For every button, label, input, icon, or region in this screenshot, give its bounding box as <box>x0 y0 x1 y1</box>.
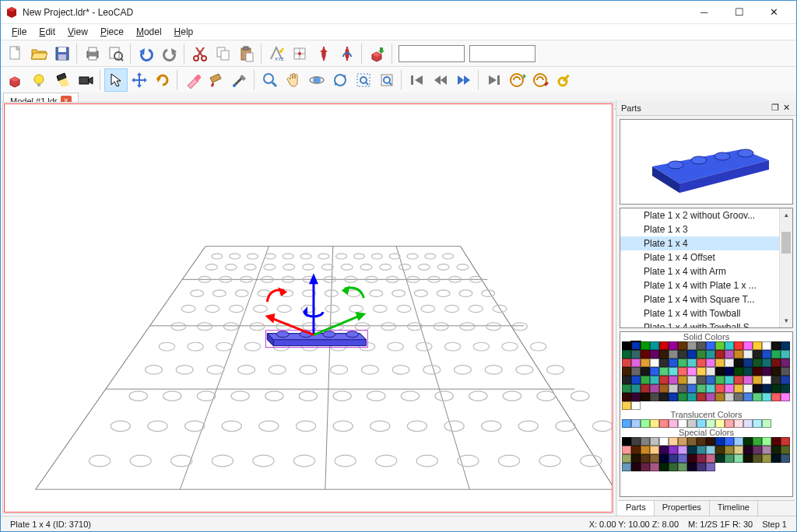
color-swatch[interactable] <box>753 446 762 454</box>
color-swatch[interactable] <box>641 376 650 384</box>
color-swatch[interactable] <box>678 446 687 454</box>
color-swatch[interactable] <box>687 376 697 384</box>
color-swatch[interactable] <box>631 341 641 350</box>
color-swatch[interactable] <box>650 419 659 428</box>
color-swatch[interactable] <box>762 446 771 454</box>
color-swatch[interactable] <box>762 367 771 376</box>
menu-edit[interactable]: Edit <box>33 25 61 39</box>
zoom-extents-button[interactable] <box>375 68 398 92</box>
delete-tool-button[interactable] <box>181 68 205 92</box>
transform-y-input[interactable] <box>469 45 535 62</box>
color-swatch[interactable] <box>669 463 678 471</box>
next-step-button[interactable] <box>452 68 476 92</box>
color-swatch[interactable] <box>725 376 734 384</box>
color-swatch[interactable] <box>650 384 659 393</box>
color-swatch[interactable] <box>781 437 790 446</box>
color-swatch[interactable] <box>743 341 753 350</box>
color-swatch[interactable] <box>622 359 631 367</box>
color-swatch[interactable] <box>641 419 650 428</box>
color-swatch[interactable] <box>622 437 631 446</box>
color-swatch[interactable] <box>678 454 687 463</box>
color-swatch[interactable] <box>697 384 706 393</box>
color-swatch[interactable] <box>771 384 781 393</box>
color-swatch[interactable] <box>725 454 734 463</box>
color-swatch[interactable] <box>631 437 641 446</box>
scroll-up-icon[interactable]: ▴ <box>780 208 792 222</box>
color-swatch[interactable] <box>678 341 687 350</box>
eyedropper-tool-button[interactable] <box>228 68 251 92</box>
piece-insert-button[interactable] <box>366 42 389 65</box>
color-swatch[interactable] <box>697 419 706 428</box>
color-swatch[interactable] <box>725 341 734 350</box>
color-swatch[interactable] <box>725 359 734 367</box>
color-swatch[interactable] <box>631 419 641 428</box>
list-item[interactable]: Plate 1 x 4 with Square T... <box>620 292 792 306</box>
save-button[interactable] <box>51 42 74 65</box>
color-swatch[interactable] <box>725 393 734 401</box>
color-swatch[interactable] <box>697 367 706 376</box>
color-swatch[interactable] <box>734 419 743 428</box>
color-swatch[interactable] <box>715 384 725 393</box>
color-swatch[interactable] <box>622 454 631 463</box>
color-swatch[interactable] <box>659 454 669 463</box>
light-brick-button[interactable] <box>4 68 27 92</box>
color-swatch[interactable] <box>762 376 771 384</box>
color-swatch[interactable] <box>706 367 715 376</box>
color-swatch[interactable] <box>641 437 650 446</box>
roll-tool-button[interactable] <box>328 68 352 92</box>
color-swatch[interactable] <box>743 350 753 359</box>
color-swatch[interactable] <box>678 376 687 384</box>
color-swatch[interactable] <box>669 384 678 393</box>
menu-piece[interactable]: Piece <box>94 25 130 39</box>
color-swatch[interactable] <box>771 437 781 446</box>
color-swatch[interactable] <box>687 437 697 446</box>
color-swatch[interactable] <box>687 419 697 428</box>
color-swatch[interactable] <box>659 393 669 401</box>
color-swatch[interactable] <box>659 376 669 384</box>
close-button[interactable]: ✕ <box>757 1 792 24</box>
color-swatch[interactable] <box>631 367 641 376</box>
color-swatch[interactable] <box>706 384 715 393</box>
color-swatch[interactable] <box>781 341 790 350</box>
color-swatch[interactable] <box>706 376 715 384</box>
color-swatch[interactable] <box>687 446 697 454</box>
color-swatch[interactable] <box>715 446 725 454</box>
color-swatch[interactable] <box>631 446 641 454</box>
color-swatch[interactable] <box>706 437 715 446</box>
side-tab-parts[interactable]: Parts <box>618 501 655 516</box>
maximize-button[interactable]: ☐ <box>722 1 757 24</box>
color-swatch[interactable] <box>678 463 687 471</box>
color-swatch[interactable] <box>641 393 650 401</box>
color-swatch[interactable] <box>669 446 678 454</box>
color-swatch[interactable] <box>669 350 678 359</box>
spotlight-button[interactable] <box>51 68 74 92</box>
color-swatch[interactable] <box>641 367 650 376</box>
color-swatch[interactable] <box>622 401 631 410</box>
color-swatch[interactable] <box>781 384 790 393</box>
color-swatch[interactable] <box>753 419 762 428</box>
color-swatch[interactable] <box>678 367 687 376</box>
color-swatch[interactable] <box>734 454 743 463</box>
color-swatch[interactable] <box>659 463 669 471</box>
color-swatch[interactable] <box>771 341 781 350</box>
paste-button[interactable] <box>235 42 258 65</box>
color-swatch[interactable] <box>659 367 669 376</box>
color-swatch[interactable] <box>669 376 678 384</box>
color-swatch[interactable] <box>631 384 641 393</box>
color-swatch[interactable] <box>743 359 753 367</box>
color-swatch[interactable] <box>734 350 743 359</box>
color-swatch[interactable] <box>725 419 734 428</box>
color-swatch[interactable] <box>631 393 641 401</box>
color-swatch[interactable] <box>622 419 631 428</box>
color-swatch[interactable] <box>715 359 725 367</box>
color-swatch[interactable] <box>659 419 669 428</box>
color-swatch[interactable] <box>631 454 641 463</box>
color-swatch[interactable] <box>734 359 743 367</box>
color-swatch[interactable] <box>762 359 771 367</box>
color-swatch[interactable] <box>781 393 790 401</box>
rotate-tool-button[interactable] <box>151 68 174 92</box>
list-item[interactable]: Plate 1 x 4 with Towball <box>620 306 792 320</box>
color-swatch[interactable] <box>753 359 762 367</box>
color-swatch[interactable] <box>631 359 641 367</box>
color-swatch[interactable] <box>650 376 659 384</box>
